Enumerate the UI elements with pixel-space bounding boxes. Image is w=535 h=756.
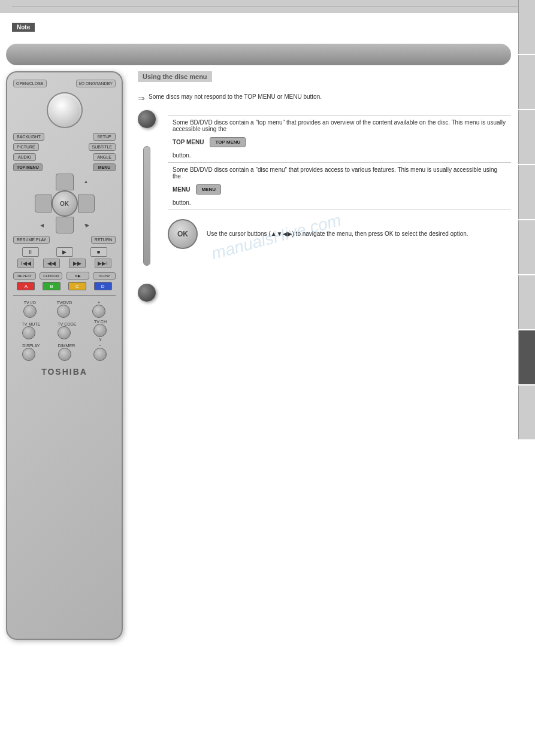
tv-vol-plus-label: + [92,300,105,305]
disc-visual [138,110,156,302]
sidebar-tab-1[interactable] [518,0,535,54]
tv-ch-down-label: ∨ [93,337,107,342]
ok-button-display[interactable]: OK [168,219,198,249]
disc-diagram: Some BD/DVD discs contain a "top menu" t… [138,110,511,302]
ok-instruction-text: Use the cursor buttons (▲▼◀▶) to navigat… [207,229,468,239]
dpad-up-arrow: ▲ [84,179,89,184]
top-menu-buttons-display: TOP MENU TOP MENU [173,137,506,147]
next-button[interactable]: ▶▶I [95,259,111,268]
color-b-button[interactable]: B [43,282,61,290]
slow-button[interactable]: SLOW [93,272,116,280]
picture-subtitle-row: PICTURE SUBTITLE [13,143,116,151]
tv-row-2: TV MUTE TV CODE TV CH ∨ [13,320,116,342]
color-buttons-row: A B C D [13,282,116,290]
color-a-button[interactable]: A [17,282,35,290]
dimmer-label: DIMMER [58,344,75,348]
top-menu-display-btn[interactable]: TOP MENU [210,137,246,147]
subtitle-button[interactable]: SUBTITLE [89,143,116,151]
disc-ball-top [138,110,156,128]
tv-code-label: TV CODE [58,322,76,326]
dpad-down[interactable]: ▼ [56,217,74,233]
sidebar-tab-4[interactable] [518,165,535,219]
ok-instruction: OK Use the cursor buttons (▲▼◀▶) to navi… [168,219,511,249]
menu-buttons-display: MENU MENU [173,184,506,195]
display-label: DISPLAY [22,344,40,348]
dpad-right[interactable]: ▶ [78,195,95,212]
angle-button[interactable]: ANGLE [93,153,116,161]
color-d-button[interactable]: D [94,282,112,290]
setup-button[interactable]: SETUP [93,133,116,141]
open-close-button[interactable]: OPEN/CLOSE [13,80,47,87]
tv-row-1: TV I/O TV/DVD + [13,300,116,318]
on-standby-button[interactable]: I/O ON/STANDBY [76,80,116,87]
tv-section: TV I/O TV/DVD + TV MUTE [13,300,116,361]
section-label: Note [12,23,35,32]
right-sidebar [518,0,535,756]
menu-button[interactable]: MENU [93,163,116,171]
remote-container: OPEN/CLOSE I/O ON/STANDBY BACKLIGHT SETU… [6,71,126,640]
table-row-2: Some BD/DVD discs contain a "disc menu" … [168,163,511,210]
play-button[interactable]: ▶ [56,247,73,257]
banner [6,44,511,65]
resume-play-button[interactable]: RESUME PLAY [13,236,50,244]
tv-dvd-button[interactable] [57,305,70,318]
picture-button[interactable]: PICTURE [13,143,39,151]
note-arrow-icon: ⇒ [138,93,145,103]
tv-vol-plus-button[interactable] [92,305,105,318]
table-cell-2: Some BD/DVD discs contain a "disc menu" … [168,163,511,210]
tv-io-button[interactable] [23,305,37,318]
frame-button[interactable]: III▶ [67,272,89,280]
sidebar-tab-2[interactable] [518,55,535,109]
tv-code-button[interactable] [58,326,71,339]
disc-track [143,146,150,266]
tv-io-label: TV I/O [23,300,37,305]
stop-button[interactable]: ■ [90,247,107,257]
dpad-left[interactable]: ◀ [35,195,52,212]
tv-vol-minus-label: − [93,344,107,348]
sidebar-tab-5[interactable] [518,220,535,274]
sidebar-tab-7[interactable] [518,330,535,384]
dimmer-button[interactable] [58,348,71,361]
color-c-button[interactable]: C [68,282,86,290]
remote-top-row: OPEN/CLOSE I/O ON/STANDBY [13,80,116,87]
menu-display-btn[interactable]: MENU [196,184,221,195]
backlight-button[interactable]: BACKLIGHT [13,133,44,141]
pause-button[interactable]: II [22,247,39,257]
rev-button[interactable]: ◀◀ [43,259,60,268]
audio-button[interactable]: AUDIO [13,153,36,161]
sidebar-tab-6[interactable] [518,275,535,329]
backlight-setup-row: BACKLIGHT SETUP [13,133,116,141]
dpad-left-arrow: ◀ [40,223,44,228]
repeat-button[interactable]: REPEAT [13,272,36,280]
disc-description: Some BD/DVD discs contain a "top menu" t… [168,110,511,302]
content-table: Some BD/DVD discs contain a "top menu" t… [168,115,511,210]
menu-display-label: MENU [173,186,190,193]
sidebar-tab-3[interactable] [518,110,535,164]
sidebar-tab-8[interactable] [518,385,535,439]
top-bar [0,0,535,13]
top-menu-button[interactable]: TOP MENU [13,163,43,171]
return-button[interactable]: RETURN [91,236,116,244]
top-menu-display-label: TOP MENU [173,139,204,145]
remote-divider [13,295,116,296]
audio-angle-row: AUDIO ANGLE [13,153,116,161]
tv-mute-label: TV MUTE [22,322,41,326]
dpad-up[interactable]: ▲ [56,174,74,190]
prev-button[interactable]: I◀◀ [17,259,34,268]
ok-button-dpad[interactable]: OK [52,190,78,217]
repeat-slow-row: REPEAT CURSOR III▶ SLOW [13,272,116,280]
note-text: Some discs may not respond to the TOP ME… [149,93,322,101]
playback-row-1: II ▶ ■ [13,247,116,257]
fwd-button[interactable]: ▶▶ [69,259,86,268]
content-pane: Using the disc menu ⇒ Some discs may not… [138,71,511,640]
tv-mute-button[interactable] [22,326,35,339]
playback-controls: II ▶ ■ I◀◀ ◀◀ ▶▶ ▶▶I [13,247,116,268]
disc-ball-bottom [138,284,156,302]
content-heading: Using the disc menu [138,71,212,82]
tv-ch-button[interactable] [93,324,107,337]
display-button[interactable] [22,348,35,361]
tv-vol-minus-button[interactable] [93,348,107,361]
cursor-button[interactable]: CURSOR [40,272,62,280]
remote-control: OPEN/CLOSE I/O ON/STANDBY BACKLIGHT SETU… [6,71,123,640]
backlight-circle[interactable] [47,92,83,128]
